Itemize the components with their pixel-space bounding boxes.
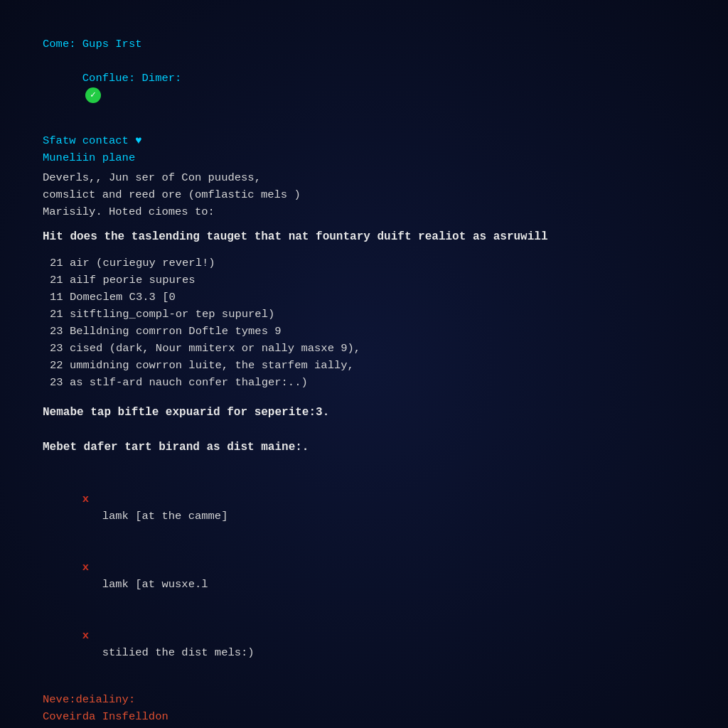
x-items-block: x lamk [at the camme] x lamk [at wusxe.l… <box>43 473 685 678</box>
desc-line1: Deverls,, Jun ser of Con puudess, <box>43 169 685 186</box>
description-block: Deverls,, Jun ser of Con puudess, comsli… <box>43 169 685 220</box>
x-item-3: x stilied the dist mels:) <box>43 610 685 678</box>
desc-line3: Marisily. Hoted ciomes to: <box>43 203 685 220</box>
list-item-6: 23 cised (dark, Nour mmiterx or nally ma… <box>43 340 685 357</box>
conflue-line: Conflue: Dimer: ✓ <box>43 53 685 121</box>
x-item-text-2: lamk [at wusxe.l <box>82 578 208 591</box>
x-item-2: x lamk [at wusxe.l <box>43 542 685 610</box>
list-item-2: 21 ailf peorie supures <box>43 272 685 289</box>
question-line: Hit does the taslending tauget that nat … <box>43 230 685 243</box>
x-mark-1: x <box>82 493 89 505</box>
list-item-7: 22 ummidning cowrron luite, the starfem … <box>43 357 685 374</box>
conflue-text: Conflue: Dimer: <box>82 72 182 85</box>
status-block: Sfatw contact ♥ Muneliin plane <box>43 132 685 166</box>
status-line1: Sfatw contact ♥ <box>43 132 685 149</box>
x-item-1: x lamk [at the camme] <box>43 473 685 542</box>
list-block: 21 air (curieguy reverl!) 21 ailf peorie… <box>43 255 685 391</box>
list-item-3: 11 Domeclem C3.3 [0 <box>43 289 685 306</box>
status-line2: Muneliin plane <box>43 149 685 166</box>
list-item-1: 21 air (curieguy reverl!) <box>43 255 685 272</box>
list-item-8: 23 as stlf-ard nauch confer thalger:..) <box>43 374 685 391</box>
list-item-4: 21 sitftling_compl-or tep supurel) <box>43 306 685 323</box>
terminal-screen: Come: Gups Irst Conflue: Dimer: ✓ Sfatw … <box>28 21 700 707</box>
come-line: Come: Gups Irst <box>43 36 685 53</box>
footer-block: Neve:deialiny: Coveirda Insfelldon <box>43 691 685 725</box>
footer-line2: Coveirda Insfelldon <box>43 708 685 725</box>
nemabe-line: Nemabe tap biftle expuarid for seperite:… <box>43 404 685 422</box>
list-item-5: 23 Belldning comrron Doftle tymes 9 <box>43 323 685 340</box>
check-icon: ✓ <box>85 87 101 103</box>
x-mark-2: x <box>82 561 89 574</box>
x-mark-3: x <box>82 629 89 642</box>
x-item-text-1: lamk [at the camme] <box>82 510 228 523</box>
footer-line1: Neve:deialiny: <box>43 691 685 708</box>
header-block: Come: Gups Irst Conflue: Dimer: ✓ <box>43 36 685 121</box>
mebet-line: Mebet dafer tart birand as dist maine:. <box>43 439 685 456</box>
desc-line2: comslict and reed ore (omflastic mels ) <box>43 186 685 203</box>
x-item-text-3: stilied the dist mels:) <box>82 646 255 659</box>
